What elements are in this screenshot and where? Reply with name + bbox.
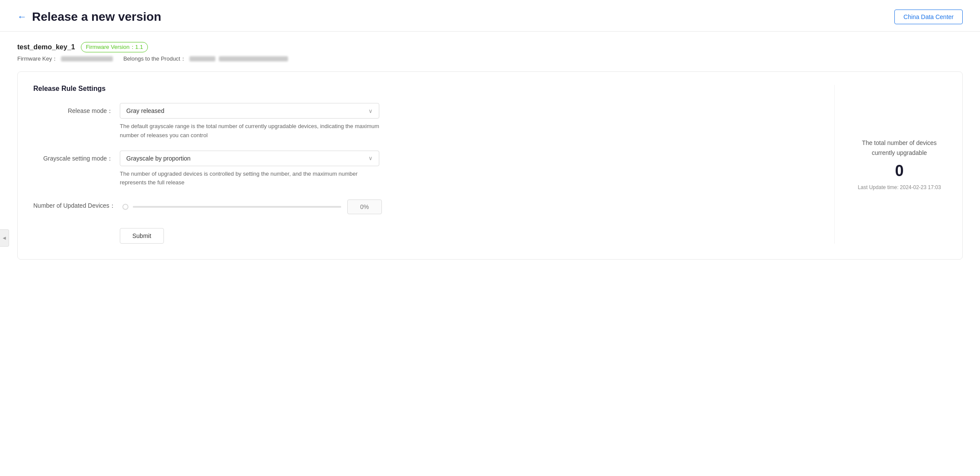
- firmware-key-label: Firmware Key：: [17, 55, 58, 63]
- release-mode-label: Release mode：: [33, 103, 120, 115]
- page-title: Release a new version: [32, 10, 161, 24]
- section-title: Release Rule Settings: [33, 85, 834, 93]
- grayscale-hint: The number of upgraded devices is contro…: [120, 170, 379, 188]
- slider-track[interactable]: [133, 206, 341, 208]
- slider-thumb[interactable]: [122, 204, 128, 210]
- devices-label: The total number of devices currently up…: [852, 138, 947, 158]
- release-mode-value: Gray released: [126, 107, 164, 114]
- updated-devices-row: Number of Updated Devices：: [33, 198, 834, 214]
- back-button[interactable]: ←: [17, 11, 27, 23]
- firmware-version-badge: Firmware Version：1.1: [81, 42, 147, 52]
- updated-devices-label: Number of Updated Devices：: [33, 198, 122, 210]
- card-main: Release Rule Settings Release mode： Gray…: [33, 85, 834, 244]
- percent-input[interactable]: [347, 199, 382, 214]
- release-rule-card: Release Rule Settings Release mode： Gray…: [17, 71, 963, 260]
- content-area: test_demo_key_1 Firmware Version：1.1 Fir…: [0, 32, 980, 277]
- header-left: ← Release a new version: [17, 10, 161, 24]
- submit-button[interactable]: Submit: [120, 228, 164, 244]
- belongs-value-1: [189, 56, 215, 61]
- slider-wrapper: [122, 204, 341, 210]
- page-header: ← Release a new version China Data Cente…: [0, 0, 980, 32]
- submit-row: Submit: [33, 225, 834, 244]
- grayscale-control: Grayscale by proportion ∨ The number of …: [120, 151, 379, 188]
- sidebar-collapse-btn[interactable]: ◄: [0, 229, 9, 247]
- release-mode-chevron-icon: ∨: [368, 108, 373, 114]
- release-mode-control: Gray released ∨ The default grayscale ra…: [120, 103, 379, 140]
- last-update-time: Last Update time: 2024-02-23 17:03: [858, 184, 941, 190]
- release-mode-hint: The default grayscale range is the total…: [120, 122, 379, 140]
- card-side: The total number of devices currently up…: [834, 85, 947, 244]
- slider-row: [122, 199, 382, 214]
- grayscale-select[interactable]: Grayscale by proportion ∨: [120, 151, 379, 166]
- firmware-name-row: test_demo_key_1 Firmware Version：1.1: [17, 42, 963, 52]
- grayscale-value: Grayscale by proportion: [126, 155, 191, 162]
- grayscale-mode-row: Grayscale setting mode： Grayscale by pro…: [33, 151, 834, 188]
- firmware-meta: Firmware Key： Belongs to the Product：: [17, 55, 963, 63]
- grayscale-chevron-icon: ∨: [368, 155, 373, 161]
- belongs-label: Belongs to the Product：: [123, 55, 186, 63]
- release-mode-select[interactable]: Gray released ∨: [120, 103, 379, 119]
- firmware-name: test_demo_key_1: [17, 43, 75, 51]
- grayscale-label: Grayscale setting mode：: [33, 151, 120, 163]
- release-mode-row: Release mode： Gray released ∨ The defaul…: [33, 103, 834, 140]
- belongs-value-2: [219, 56, 288, 61]
- devices-count: 0: [895, 162, 903, 180]
- firmware-info: test_demo_key_1 Firmware Version：1.1 Fir…: [17, 42, 963, 63]
- updated-devices-control: [122, 198, 382, 214]
- data-center-button[interactable]: China Data Center: [894, 10, 963, 24]
- firmware-key-value: [61, 56, 113, 61]
